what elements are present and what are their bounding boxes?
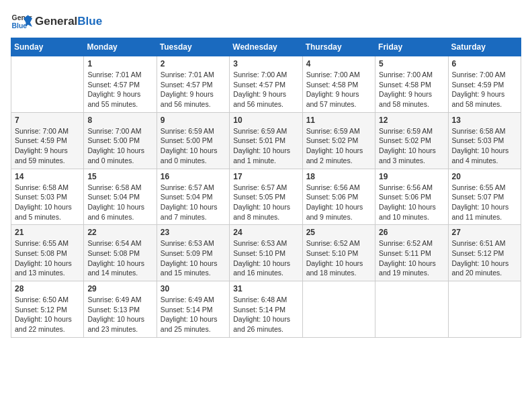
- calendar-cell: 21Sunrise: 6:55 AMSunset: 5:08 PMDayligh…: [11, 225, 84, 281]
- calendar-week-row: 1Sunrise: 7:01 AMSunset: 4:57 PMDaylight…: [11, 56, 521, 113]
- day-detail: Sunrise: 6:53 AMSunset: 5:09 PMDaylight:…: [161, 238, 226, 278]
- calendar-cell: [448, 281, 521, 338]
- calendar-cell: 5Sunrise: 7:00 AMSunset: 4:58 PMDaylight…: [375, 56, 448, 113]
- calendar-cell: 12Sunrise: 6:59 AMSunset: 5:02 PMDayligh…: [375, 112, 448, 169]
- calendar-table: SundayMondayTuesdayWednesdayThursdayFrid…: [11, 38, 521, 338]
- day-detail: Sunrise: 7:01 AMSunset: 4:57 PMDaylight:…: [161, 70, 226, 109]
- day-number: 12: [379, 116, 444, 125]
- day-detail: Sunrise: 6:59 AMSunset: 5:02 PMDaylight:…: [379, 126, 444, 166]
- calendar-cell: 31Sunrise: 6:48 AMSunset: 5:14 PMDayligh…: [230, 281, 302, 338]
- calendar-cell: 25Sunrise: 6:52 AMSunset: 5:10 PMDayligh…: [302, 225, 375, 281]
- calendar-cell: 10Sunrise: 6:59 AMSunset: 5:01 PMDayligh…: [230, 112, 302, 169]
- calendar-cell: 4Sunrise: 7:00 AMSunset: 4:58 PMDaylight…: [302, 56, 375, 113]
- day-detail: Sunrise: 7:00 AMSunset: 4:59 PMDaylight:…: [452, 70, 517, 109]
- day-number: 1: [87, 59, 152, 68]
- header-saturday: Saturday: [448, 38, 521, 56]
- day-number: 3: [233, 59, 298, 68]
- day-number: 22: [87, 228, 152, 237]
- calendar-cell: 1Sunrise: 7:01 AMSunset: 4:57 PMDaylight…: [84, 56, 157, 113]
- day-detail: Sunrise: 7:00 AMSunset: 4:57 PMDaylight:…: [233, 70, 298, 109]
- day-detail: Sunrise: 6:56 AMSunset: 5:06 PMDaylight:…: [379, 183, 444, 222]
- header-wednesday: Wednesday: [230, 38, 302, 56]
- calendar-cell: 9Sunrise: 6:59 AMSunset: 5:00 PMDaylight…: [157, 112, 229, 169]
- calendar-header-row: SundayMondayTuesdayWednesdayThursdayFrid…: [11, 38, 521, 56]
- day-detail: Sunrise: 6:59 AMSunset: 5:01 PMDaylight:…: [233, 126, 298, 166]
- day-number: 21: [15, 228, 80, 237]
- day-detail: Sunrise: 7:00 AMSunset: 4:58 PMDaylight:…: [306, 70, 371, 109]
- svg-text:Blue: Blue: [12, 22, 28, 30]
- calendar-cell: 3Sunrise: 7:00 AMSunset: 4:57 PMDaylight…: [230, 56, 302, 113]
- day-detail: Sunrise: 6:58 AMSunset: 5:04 PMDaylight:…: [87, 183, 152, 222]
- calendar-cell: 19Sunrise: 6:56 AMSunset: 5:06 PMDayligh…: [375, 169, 448, 225]
- calendar-cell: 16Sunrise: 6:57 AMSunset: 5:04 PMDayligh…: [157, 169, 229, 225]
- day-detail: Sunrise: 7:00 AMSunset: 5:00 PMDaylight:…: [87, 126, 152, 166]
- calendar-cell: 29Sunrise: 6:49 AMSunset: 5:13 PMDayligh…: [84, 281, 157, 338]
- day-detail: Sunrise: 6:48 AMSunset: 5:14 PMDaylight:…: [233, 295, 298, 334]
- calendar-cell: 7Sunrise: 7:00 AMSunset: 4:59 PMDaylight…: [11, 112, 84, 169]
- calendar-cell: 24Sunrise: 6:53 AMSunset: 5:10 PMDayligh…: [230, 225, 302, 281]
- day-detail: Sunrise: 6:53 AMSunset: 5:10 PMDaylight:…: [233, 238, 298, 278]
- page-header: General Blue GeneralBlue: [11, 11, 521, 32]
- day-detail: Sunrise: 6:57 AMSunset: 5:05 PMDaylight:…: [233, 183, 298, 222]
- day-number: 28: [15, 284, 80, 293]
- day-detail: Sunrise: 6:54 AMSunset: 5:08 PMDaylight:…: [87, 238, 152, 278]
- calendar-cell: [11, 56, 84, 113]
- calendar-week-row: 21Sunrise: 6:55 AMSunset: 5:08 PMDayligh…: [11, 225, 521, 281]
- day-number: 24: [233, 228, 298, 237]
- calendar-cell: 17Sunrise: 6:57 AMSunset: 5:05 PMDayligh…: [230, 169, 302, 225]
- calendar-cell: 14Sunrise: 6:58 AMSunset: 5:03 PMDayligh…: [11, 169, 84, 225]
- calendar-cell: [302, 281, 375, 338]
- calendar-cell: 23Sunrise: 6:53 AMSunset: 5:09 PMDayligh…: [157, 225, 229, 281]
- logo-blue: Blue: [77, 15, 102, 28]
- day-number: 10: [233, 116, 298, 125]
- calendar-cell: 15Sunrise: 6:58 AMSunset: 5:04 PMDayligh…: [84, 169, 157, 225]
- day-number: 13: [452, 116, 517, 125]
- day-number: 14: [15, 172, 80, 181]
- calendar-week-row: 7Sunrise: 7:00 AMSunset: 4:59 PMDaylight…: [11, 112, 521, 169]
- day-number: 19: [379, 172, 444, 181]
- day-detail: Sunrise: 6:58 AMSunset: 5:03 PMDaylight:…: [15, 183, 80, 222]
- day-detail: Sunrise: 6:49 AMSunset: 5:13 PMDaylight:…: [87, 295, 152, 334]
- day-number: 7: [15, 116, 80, 125]
- calendar-cell: 20Sunrise: 6:55 AMSunset: 5:07 PMDayligh…: [448, 169, 521, 225]
- day-detail: Sunrise: 6:57 AMSunset: 5:04 PMDaylight:…: [161, 183, 226, 222]
- day-number: 4: [306, 59, 371, 68]
- header-monday: Monday: [84, 38, 157, 56]
- day-number: 26: [379, 228, 444, 237]
- logo-general: General: [35, 15, 77, 28]
- day-detail: Sunrise: 6:51 AMSunset: 5:12 PMDaylight:…: [452, 238, 517, 278]
- day-number: 8: [87, 116, 152, 125]
- calendar-cell: 8Sunrise: 7:00 AMSunset: 5:00 PMDaylight…: [84, 112, 157, 169]
- calendar-cell: [375, 281, 448, 338]
- day-number: 9: [161, 116, 226, 125]
- header-friday: Friday: [375, 38, 448, 56]
- day-number: 6: [452, 59, 517, 68]
- calendar-cell: 30Sunrise: 6:49 AMSunset: 5:14 PMDayligh…: [157, 281, 229, 338]
- day-detail: Sunrise: 6:49 AMSunset: 5:14 PMDaylight:…: [161, 295, 226, 334]
- day-number: 20: [452, 172, 517, 181]
- day-number: 16: [161, 172, 226, 181]
- logo-icon: General Blue: [11, 11, 32, 32]
- day-number: 5: [379, 59, 444, 68]
- calendar-cell: 22Sunrise: 6:54 AMSunset: 5:08 PMDayligh…: [84, 225, 157, 281]
- day-detail: Sunrise: 6:55 AMSunset: 5:07 PMDaylight:…: [452, 183, 517, 222]
- day-detail: Sunrise: 6:52 AMSunset: 5:10 PMDaylight:…: [306, 238, 371, 278]
- day-number: 29: [87, 284, 152, 293]
- day-detail: Sunrise: 6:58 AMSunset: 5:03 PMDaylight:…: [452, 126, 517, 166]
- logo: General Blue GeneralBlue: [11, 11, 102, 32]
- day-number: 2: [161, 59, 226, 68]
- header-thursday: Thursday: [302, 38, 375, 56]
- day-detail: Sunrise: 6:52 AMSunset: 5:11 PMDaylight:…: [379, 238, 444, 278]
- day-detail: Sunrise: 6:56 AMSunset: 5:06 PMDaylight:…: [306, 183, 371, 222]
- day-detail: Sunrise: 6:59 AMSunset: 5:02 PMDaylight:…: [306, 126, 371, 166]
- day-number: 30: [161, 284, 226, 293]
- day-detail: Sunrise: 7:00 AMSunset: 4:59 PMDaylight:…: [15, 126, 80, 166]
- day-detail: Sunrise: 7:01 AMSunset: 4:57 PMDaylight:…: [87, 70, 152, 109]
- calendar-cell: 28Sunrise: 6:50 AMSunset: 5:12 PMDayligh…: [11, 281, 84, 338]
- day-detail: Sunrise: 6:59 AMSunset: 5:00 PMDaylight:…: [161, 126, 226, 166]
- day-detail: Sunrise: 6:50 AMSunset: 5:12 PMDaylight:…: [15, 295, 80, 334]
- calendar-cell: 2Sunrise: 7:01 AMSunset: 4:57 PMDaylight…: [157, 56, 229, 113]
- day-number: 11: [306, 116, 371, 125]
- day-detail: Sunrise: 7:00 AMSunset: 4:58 PMDaylight:…: [379, 70, 444, 109]
- calendar-cell: 6Sunrise: 7:00 AMSunset: 4:59 PMDaylight…: [448, 56, 521, 113]
